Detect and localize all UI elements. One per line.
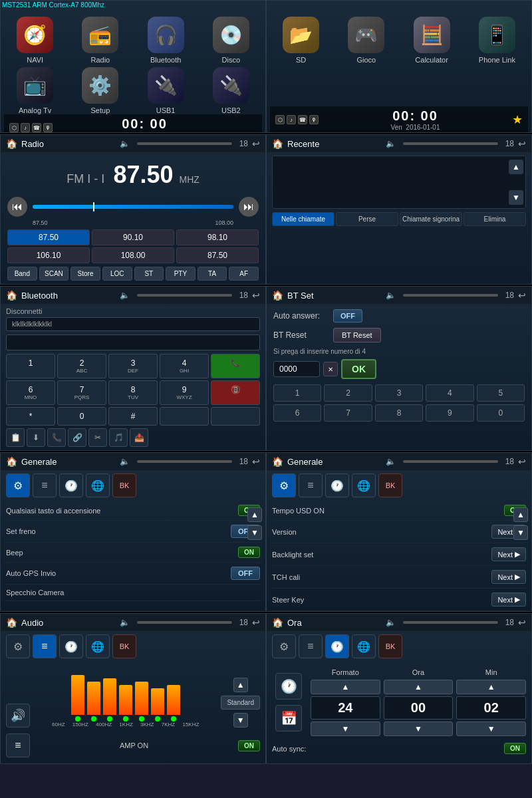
bt-action-phone[interactable]: 📞 <box>47 428 66 447</box>
next-btn-backlight[interactable]: Next ▶ <box>491 547 526 561</box>
next-btn-steer[interactable]: Next ▶ <box>491 593 526 606</box>
tab-elimina[interactable]: Elimina <box>464 212 526 226</box>
back-icon-recente[interactable]: ↩ <box>518 138 526 149</box>
volume-icon-recente[interactable]: 🔈 <box>386 139 396 148</box>
list-scroll-down[interactable]: ▼ <box>509 190 523 205</box>
amp-toggle[interactable]: ON <box>238 740 260 751</box>
bt-key-9[interactable]: 9WXYZ <box>160 380 209 405</box>
eq-scroll-down[interactable]: ▼ <box>233 713 248 728</box>
settings-tab-globe-r[interactable]: 🌐 <box>352 473 376 497</box>
btset-auto-answer-toggle[interactable]: OFF <box>333 309 362 323</box>
settings-tab-eq-audio[interactable]: ≡ <box>33 634 57 658</box>
volume-slider-gen-r[interactable] <box>403 460 497 463</box>
radio-af-btn[interactable]: AF <box>229 267 259 281</box>
bt-key-0[interactable]: 0 <box>57 407 106 426</box>
volume-icon-gen-r[interactable]: 🔈 <box>386 457 396 466</box>
bt-key-3[interactable]: 3DEF <box>108 354 158 378</box>
settings-tab-gear-r[interactable]: ⚙ <box>272 473 296 497</box>
toggle-beep[interactable]: ON <box>238 547 260 558</box>
app-disco[interactable]: 💿 Disco <box>200 17 262 64</box>
home-icon-ora[interactable]: 🏠 <box>272 617 283 628</box>
app-usb2[interactable]: 🔌 USB2 <box>200 67 262 114</box>
volume-slider-bt[interactable] <box>137 294 231 297</box>
radio-store-btn[interactable]: Store <box>70 267 100 281</box>
scroll-up-gen-r[interactable]: ▲ <box>513 507 528 522</box>
settings-tab-clock-r[interactable]: 🕐 <box>325 473 349 497</box>
settings-tab-gear-l[interactable]: ⚙ <box>6 473 30 497</box>
tab-nelle-chiamate[interactable]: Nelle chiamate <box>272 212 334 226</box>
volume-slider-btset[interactable] <box>403 294 497 297</box>
settings-tab-eq-r[interactable]: ≡ <box>299 473 323 497</box>
min-up[interactable]: ▲ <box>456 680 526 694</box>
bt-action-music[interactable]: 🎵 <box>109 428 128 447</box>
eq-bar-15khz[interactable] <box>167 685 180 722</box>
btset-code-input[interactable] <box>273 361 320 377</box>
scroll-up-gen-l[interactable]: ▲ <box>247 507 262 522</box>
back-icon-gen-r[interactable]: ↩ <box>518 456 526 467</box>
btset-num-7[interactable]: 7 <box>324 404 372 422</box>
bt-key-2[interactable]: 2ABC <box>57 354 106 378</box>
eq-bar-150hz[interactable] <box>87 682 100 722</box>
settings-tab-clock-l[interactable]: 🕐 <box>59 473 83 497</box>
app-calculator[interactable]: 🧮 Calculator <box>401 17 463 64</box>
volume-slider-audio[interactable] <box>137 621 231 624</box>
bt-key-8[interactable]: 8TUV <box>108 380 158 405</box>
time-calendar-icon[interactable]: 📅 <box>275 705 302 732</box>
volume-slider-radio[interactable] <box>137 142 231 145</box>
eq-scroll-up[interactable]: ▲ <box>233 678 248 692</box>
preset-1[interactable]: 87.50 <box>7 229 90 245</box>
settings-tab-bk-ora[interactable]: BK <box>378 634 402 658</box>
settings-tab-eq-l[interactable]: ≡ <box>33 473 57 497</box>
volume-icon-ora[interactable]: 🔈 <box>386 618 396 627</box>
radio-scan-btn[interactable]: SCAN <box>39 267 69 281</box>
radio-band-btn[interactable]: Band <box>7 267 37 281</box>
home-icon-bt[interactable]: 🏠 <box>6 290 17 301</box>
bt-key-call[interactable]: 📞 <box>211 354 260 378</box>
bt-reset-btn[interactable]: BT Reset <box>333 328 381 342</box>
settings-tab-globe-l[interactable]: 🌐 <box>86 473 110 497</box>
home-icon-recente[interactable]: 🏠 <box>272 138 283 149</box>
app-bluetooth[interactable]: 🎧 Bluetooth <box>135 17 197 64</box>
settings-tab-bk-audio[interactable]: BK <box>112 634 136 658</box>
app-radio[interactable]: 📻 Radio <box>69 17 131 64</box>
bt-key-star[interactable]: * <box>6 407 55 426</box>
home-icon-gen-r[interactable]: 🏠 <box>272 456 283 467</box>
home-icon-btset[interactable]: 🏠 <box>272 290 283 301</box>
btset-num-5[interactable]: 5 <box>477 384 525 402</box>
bt-action-cut[interactable]: ✂ <box>88 428 107 447</box>
settings-tab-clock-audio[interactable]: 🕐 <box>59 634 83 658</box>
app-phone-link[interactable]: 📱 Phone Link <box>466 17 528 64</box>
radio-loc-btn[interactable]: LOC <box>102 267 132 281</box>
settings-tab-bk-l[interactable]: BK <box>112 473 136 497</box>
min-down[interactable]: ▼ <box>456 722 526 736</box>
btset-clear-btn[interactable]: ✕ <box>323 362 338 376</box>
volume-slider-recente[interactable] <box>403 142 497 145</box>
eq-bar-7khz[interactable] <box>151 688 164 722</box>
radio-prev-btn[interactable]: ⏮ <box>7 197 27 217</box>
bt-key-1[interactable]: 1 <box>6 354 55 378</box>
radio-st-btn[interactable]: ST <box>134 267 164 281</box>
bt-key-7[interactable]: 7PQRS <box>57 380 106 405</box>
app-gioco[interactable]: 🎮 Gioco <box>335 17 397 64</box>
volume-slider-ora[interactable] <box>403 621 497 624</box>
btset-num-0[interactable]: 0 <box>477 404 525 422</box>
time-clock-icon[interactable]: 🕐 <box>275 673 302 700</box>
app-sd[interactable]: 📂 SD <box>270 17 332 64</box>
speaker-icon[interactable]: 🔊 <box>6 704 30 728</box>
radio-ta-btn[interactable]: TA <box>198 267 227 281</box>
settings-tab-gear-ora[interactable]: ⚙ <box>272 634 296 658</box>
bt-action-link[interactable]: 🔗 <box>68 428 86 447</box>
eq-preset-standard[interactable]: Standard <box>221 696 260 710</box>
btset-ok-btn[interactable]: OK <box>341 359 376 379</box>
volume-icon-bt[interactable]: 🔈 <box>120 291 130 300</box>
auto-sync-toggle[interactable]: ON <box>504 743 526 754</box>
volume-icon-audio[interactable]: 🔈 <box>120 618 130 627</box>
volume-icon-gen-l[interactable]: 🔈 <box>120 457 130 466</box>
bt-key-hangup[interactable]: 📵 <box>211 380 260 405</box>
settings-tab-bk-r[interactable]: BK <box>378 473 402 497</box>
preset-3[interactable]: 98.10 <box>176 229 259 245</box>
scroll-down-gen-r[interactable]: ▼ <box>513 525 528 540</box>
settings-tab-gear-audio[interactable]: ⚙ <box>6 634 30 658</box>
tab-perse[interactable]: Perse <box>336 212 398 226</box>
settings-tab-eq-ora[interactable]: ≡ <box>299 634 323 658</box>
